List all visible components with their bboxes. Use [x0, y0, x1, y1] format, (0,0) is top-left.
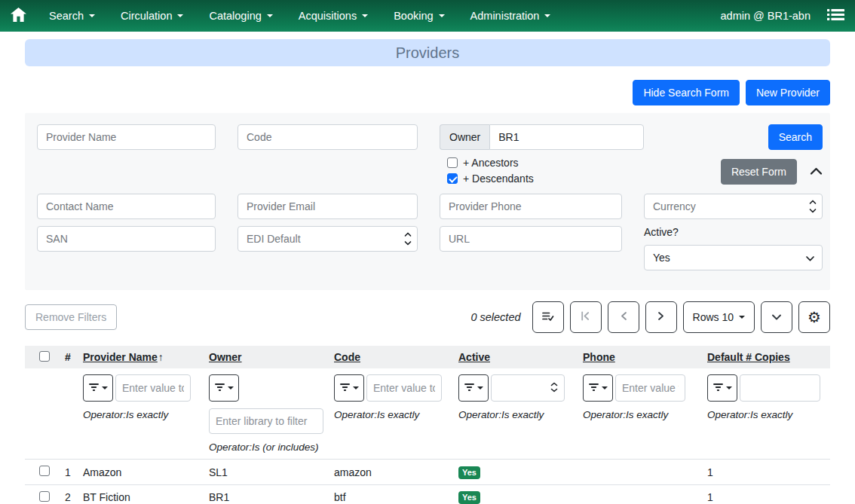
nav-menu-search[interactable]: Search [49, 10, 95, 22]
code-filter-dropdown[interactable] [334, 374, 364, 402]
owner-filter-input[interactable] [209, 408, 323, 434]
search-button[interactable]: Search [768, 124, 823, 150]
cell-default-copies: 1 [707, 491, 830, 503]
caret-down-icon [353, 386, 359, 389]
provider-email-input[interactable] [238, 194, 418, 219]
column-header-default-copies[interactable]: Default # Copies [707, 351, 830, 363]
workstation-menu-button[interactable] [827, 8, 844, 23]
provider-name-header-link[interactable]: Provider Name [83, 351, 158, 363]
nav-menu-circulation[interactable]: Circulation [121, 10, 184, 22]
provider-phone-input[interactable] [440, 194, 622, 219]
code-filter-input[interactable] [366, 374, 442, 402]
descendants-checkbox[interactable] [447, 173, 458, 184]
first-page-button[interactable] [570, 301, 602, 333]
active-filter-dropdown[interactable] [458, 374, 489, 402]
chevron-down-icon [267, 14, 273, 17]
reset-form-button[interactable]: Reset Form [721, 159, 797, 185]
provider-name-filter-dropdown[interactable] [83, 374, 113, 402]
logged-in-user: admin @ BR1-abn [721, 10, 811, 22]
hide-search-form-button[interactable]: Hide Search Form [633, 80, 740, 105]
default-copies-filter-dropdown[interactable] [707, 374, 737, 402]
provider-name-input[interactable] [37, 124, 216, 150]
phone-filter-dropdown[interactable] [583, 374, 613, 402]
code-filter-operator: Operator:Is exactly [334, 409, 419, 420]
descendants-label: + Descendants [463, 173, 534, 185]
filter-icon [589, 383, 599, 394]
code-header-link[interactable]: Code [334, 351, 360, 363]
row-number-header: # [65, 351, 83, 363]
nav-menu-administration[interactable]: Administration [470, 10, 551, 22]
currency-combobox[interactable] [644, 194, 823, 219]
owner-filter-dropdown[interactable] [209, 374, 239, 402]
url-input[interactable] [440, 226, 622, 252]
grid-filter-row: Operator:Is exactly Operator:Is (or incl… [25, 368, 830, 459]
ancestors-checkbox[interactable] [447, 157, 458, 168]
table-row[interactable]: 1 Amazon SL1 amazon Yes 1 [25, 459, 830, 484]
owner-field-group: Owner [440, 124, 622, 150]
code-input[interactable] [238, 124, 418, 150]
descendants-checkbox-row: + Descendants [447, 173, 622, 185]
table-row[interactable]: 2 BT Fiction BR1 btf Yes 1 [25, 484, 830, 504]
grid-options-dropdown[interactable] [761, 301, 792, 333]
chevron-right-icon [657, 310, 666, 324]
active-select-value: Yes [653, 252, 670, 264]
contact-name-input[interactable] [37, 194, 216, 219]
select-all-checkbox[interactable] [39, 351, 50, 362]
caret-down-icon [477, 386, 483, 389]
cell-default-copies: 1 [707, 466, 830, 478]
cell-owner: BR1 [209, 491, 334, 503]
nav-menu-cataloging-label: Cataloging [209, 10, 261, 22]
owner-header-link[interactable]: Owner [209, 351, 242, 363]
edi-default-combobox[interactable] [238, 226, 418, 252]
column-header-provider-name[interactable]: Provider Name↑ [83, 351, 209, 363]
row-actions-button[interactable] [532, 301, 564, 333]
caret-down-icon [726, 386, 732, 389]
sort-ascending-icon: ↑ [158, 351, 164, 363]
row-number: 2 [65, 491, 83, 503]
active-header-link[interactable]: Active [458, 351, 490, 363]
chevron-down-icon [439, 14, 445, 17]
nav-menu-circulation-label: Circulation [121, 10, 173, 22]
nav-menu-booking[interactable]: Booking [394, 10, 444, 22]
remove-filters-button[interactable]: Remove Filters [25, 304, 117, 330]
currency-input[interactable] [644, 194, 823, 219]
next-page-button[interactable] [645, 301, 677, 333]
provider-search-form: Owner Search + Ancestors + Descendants R… [25, 113, 830, 290]
previous-page-button[interactable] [608, 301, 639, 333]
phone-filter-input[interactable] [615, 374, 685, 402]
column-header-phone[interactable]: Phone [583, 351, 707, 363]
rows-per-page-dropdown[interactable]: Rows 10 [683, 301, 755, 333]
san-input[interactable] [37, 226, 216, 252]
nav-menu-cataloging[interactable]: Cataloging [209, 10, 272, 22]
owner-input[interactable] [489, 124, 644, 150]
active-filter-select[interactable] [491, 374, 565, 402]
default-copies-filter-input[interactable] [740, 374, 820, 402]
chevron-down-icon [362, 14, 368, 17]
default-copies-header-link[interactable]: Default # Copies [707, 351, 790, 363]
active-status-badge: Yes [458, 466, 480, 479]
new-provider-button[interactable]: New Provider [746, 80, 830, 105]
column-header-owner[interactable]: Owner [209, 351, 334, 363]
edi-default-input[interactable] [238, 226, 418, 252]
provider-name-filter-input[interactable] [115, 374, 191, 402]
column-header-active[interactable]: Active [458, 351, 583, 363]
row-select-checkbox[interactable] [39, 491, 50, 502]
row-number: 1 [65, 466, 83, 478]
grid-settings-button[interactable]: ⚙ [798, 301, 830, 333]
active-select[interactable]: Yes [644, 245, 823, 270]
cell-code: btf [334, 491, 458, 503]
nav-menu-booking-label: Booking [394, 10, 433, 22]
collapse-form-chevron-up-icon[interactable] [810, 166, 823, 178]
owner-label: Owner [440, 124, 489, 150]
filter-icon [340, 383, 350, 394]
home-button[interactable] [11, 8, 26, 24]
updown-chevrons-icon [550, 382, 558, 395]
ancestors-label: + Ancestors [463, 157, 519, 169]
phone-header-link[interactable]: Phone [583, 351, 615, 363]
column-header-code[interactable]: Code [334, 351, 458, 363]
rows-per-page-label: Rows 10 [693, 311, 734, 323]
page-title: Providers [25, 39, 830, 66]
row-select-checkbox[interactable] [39, 466, 50, 476]
active-status-badge: Yes [458, 491, 480, 504]
nav-menu-acquisitions[interactable]: Acquisitions [299, 10, 368, 22]
